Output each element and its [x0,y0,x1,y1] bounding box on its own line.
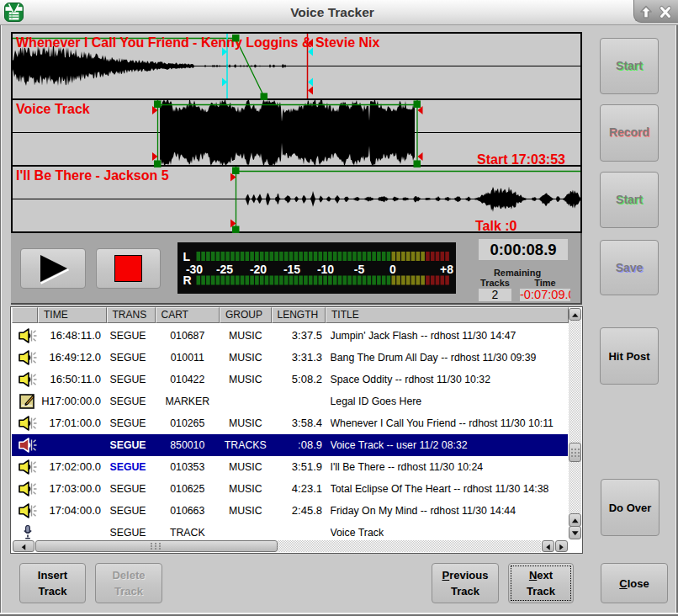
svg-text:-30: -30 [186,263,203,276]
svg-text:0: 0 [389,263,396,276]
svg-text:Talk :0: Talk :0 [475,219,517,233]
svg-text:-15: -15 [283,263,300,276]
svg-text:I'll Be There - Jackson 5: I'll Be There - Jackson 5 [16,168,169,183]
svg-text:Whenever I Call You Friend - K: Whenever I Call You Friend - Kenny Loggi… [16,35,379,50]
svg-text:Start 17:03:53: Start 17:03:53 [477,152,565,167]
svg-text:-10: -10 [317,263,334,276]
svg-text:-20: -20 [250,263,267,276]
svg-text:Voice Track: Voice Track [16,102,90,116]
svg-text:L: L [183,250,191,263]
svg-text:-5: -5 [354,263,365,276]
svg-text:+8: +8 [440,263,453,276]
svg-text:-25: -25 [216,263,233,276]
